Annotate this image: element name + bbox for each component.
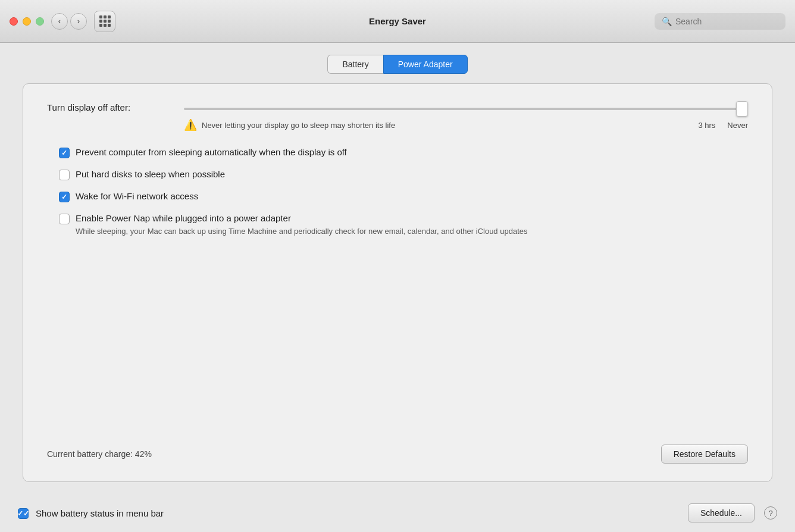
time-label-3hrs: 3 hrs (698, 121, 715, 130)
checkbox-hard-disk-label: Put hard disks to sleep when possible (76, 169, 225, 179)
display-sleep-slider[interactable] (184, 108, 748, 110)
tab-power-adapter[interactable]: Power Adapter (383, 55, 468, 74)
checkbox-power-nap[interactable] (59, 214, 70, 224)
checkbox-list: Prevent computer from sleeping automatic… (59, 147, 748, 237)
warning-row: ⚠️ Never letting your display go to slee… (184, 118, 748, 132)
bottom-right: Schedule... ? (688, 503, 777, 522)
traffic-lights (10, 17, 44, 26)
search-bar[interactable]: 🔍 (655, 13, 785, 30)
back-button[interactable]: ‹ (51, 13, 68, 30)
checkbox-wifi-text-wrap: Wake for Wi-Fi network access (76, 191, 198, 201)
checkbox-power-nap-text-wrap: Enable Power Nap while plugged into a po… (76, 213, 527, 237)
display-sleep-label: Turn display off after: (47, 102, 172, 112)
warning-text: Never letting your display go to sleep m… (202, 121, 693, 130)
minimize-button[interactable] (23, 17, 31, 26)
search-input[interactable] (675, 17, 778, 26)
battery-charge-text: Current battery charge: 42% (47, 449, 152, 459)
time-label-never: Never (727, 121, 748, 130)
nav-buttons: ‹ › (51, 13, 87, 30)
title-bar: ‹ › Energy Saver 🔍 (0, 0, 795, 43)
checkbox-hard-disk[interactable] (59, 170, 70, 180)
checkbox-prevent-sleep-label: Prevent computer from sleeping automatic… (76, 147, 347, 157)
tab-battery[interactable]: Battery (327, 55, 383, 74)
checkbox-item-hard-disk: Put hard disks to sleep when possible (59, 169, 748, 180)
help-button[interactable]: ? (764, 506, 777, 520)
checkbox-item-prevent-sleep: Prevent computer from sleeping automatic… (59, 147, 748, 158)
checkbox-prevent-sleep[interactable] (59, 148, 70, 158)
close-button[interactable] (10, 17, 18, 26)
schedule-button[interactable]: Schedule... (688, 503, 755, 522)
window-title: Energy Saver (369, 16, 426, 26)
settings-panel: Turn display off after: ⚠️ Never letting… (23, 83, 772, 482)
restore-defaults-button[interactable]: Restore Defaults (661, 445, 748, 464)
display-sleep-slider-container (184, 102, 748, 112)
forward-button[interactable]: › (70, 13, 87, 30)
checkbox-prevent-sleep-text-wrap: Prevent computer from sleeping automatic… (76, 147, 347, 157)
search-icon: 🔍 (662, 17, 672, 26)
main-content: Battery Power Adapter Turn display off a… (0, 43, 795, 494)
time-labels: 3 hrs Never (698, 121, 748, 130)
warning-icon: ⚠️ (184, 118, 197, 132)
checkbox-hard-disk-text-wrap: Put hard disks to sleep when possible (76, 169, 225, 179)
checkbox-wifi-label: Wake for Wi-Fi network access (76, 191, 198, 201)
bottom-bar: ✓ Show battery status in menu bar Schedu… (0, 494, 795, 532)
grid-view-button[interactable] (94, 11, 115, 32)
checkbox-show-battery[interactable]: ✓ (18, 508, 29, 519)
panel-footer: Current battery charge: 42% Restore Defa… (47, 433, 748, 464)
checkbox-power-nap-subtext: While sleeping, your Mac can back up usi… (76, 226, 527, 237)
show-battery-label: Show battery status in menu bar (36, 508, 164, 518)
maximize-button[interactable] (36, 17, 44, 26)
checkbox-item-wifi: Wake for Wi-Fi network access (59, 191, 748, 202)
checkbox-item-power-nap: Enable Power Nap while plugged into a po… (59, 213, 748, 237)
display-sleep-row: Turn display off after: (47, 102, 748, 112)
checkbox-wifi[interactable] (59, 192, 70, 202)
tab-bar: Battery Power Adapter (327, 55, 467, 74)
checkbox-power-nap-label: Enable Power Nap while plugged into a po… (76, 213, 527, 223)
grid-icon (99, 15, 111, 27)
